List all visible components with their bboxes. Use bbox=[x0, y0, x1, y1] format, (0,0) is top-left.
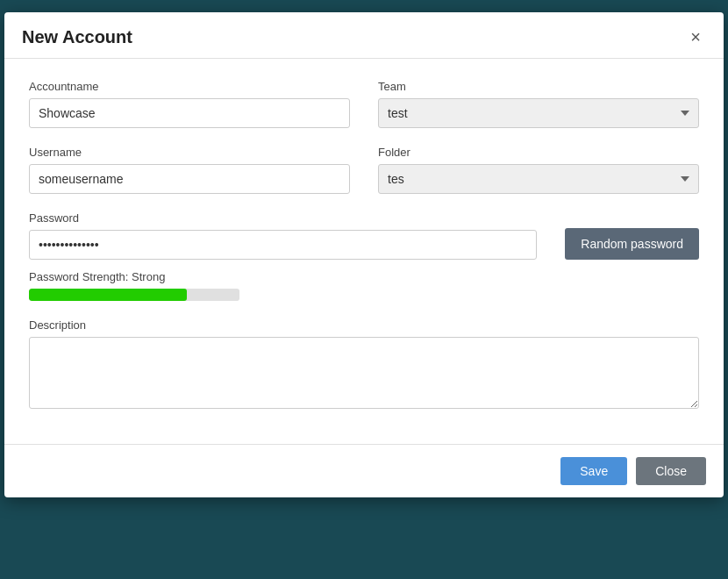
close-button[interactable]: Close bbox=[636, 457, 706, 485]
password-row: Password Random password bbox=[29, 211, 699, 260]
username-folder-row: Username Folder tes other bbox=[29, 146, 699, 194]
folder-select[interactable]: tes other bbox=[378, 164, 699, 194]
description-group: Description bbox=[29, 318, 699, 409]
team-label: Team bbox=[378, 80, 699, 93]
password-input[interactable] bbox=[29, 230, 537, 260]
password-group: Password bbox=[29, 211, 537, 260]
description-textarea[interactable] bbox=[29, 337, 699, 409]
strength-bar-fill bbox=[29, 289, 187, 301]
username-label: Username bbox=[29, 146, 350, 159]
password-strength-section: Password Strength: Strong bbox=[29, 270, 699, 301]
random-password-button[interactable]: Random password bbox=[565, 228, 699, 260]
folder-label: Folder bbox=[378, 146, 699, 159]
team-select[interactable]: test other bbox=[378, 98, 699, 128]
folder-group: Folder tes other bbox=[378, 146, 699, 194]
random-password-group: Random password bbox=[565, 228, 699, 260]
modal-close-icon-button[interactable]: × bbox=[685, 26, 706, 47]
accountname-team-row: Accountname Team test other bbox=[29, 80, 699, 128]
username-group: Username bbox=[29, 146, 350, 194]
modal-body: Accountname Team test other Username bbox=[4, 59, 724, 444]
new-account-modal: New Account × Accountname Team test othe… bbox=[4, 12, 724, 497]
modal-title: New Account bbox=[22, 27, 132, 47]
accountname-label: Accountname bbox=[29, 80, 350, 93]
description-label: Description bbox=[29, 318, 699, 332]
strength-bar-background bbox=[29, 289, 239, 301]
modal-footer: Save Close bbox=[4, 444, 724, 497]
password-label: Password bbox=[29, 211, 537, 225]
strength-label: Password Strength: Strong bbox=[29, 270, 699, 283]
team-group: Team test other bbox=[378, 80, 699, 128]
save-button[interactable]: Save bbox=[560, 457, 627, 485]
accountname-group: Accountname bbox=[29, 80, 350, 128]
accountname-input[interactable] bbox=[29, 98, 350, 128]
modal-header: New Account × bbox=[4, 12, 724, 59]
username-input[interactable] bbox=[29, 164, 350, 194]
